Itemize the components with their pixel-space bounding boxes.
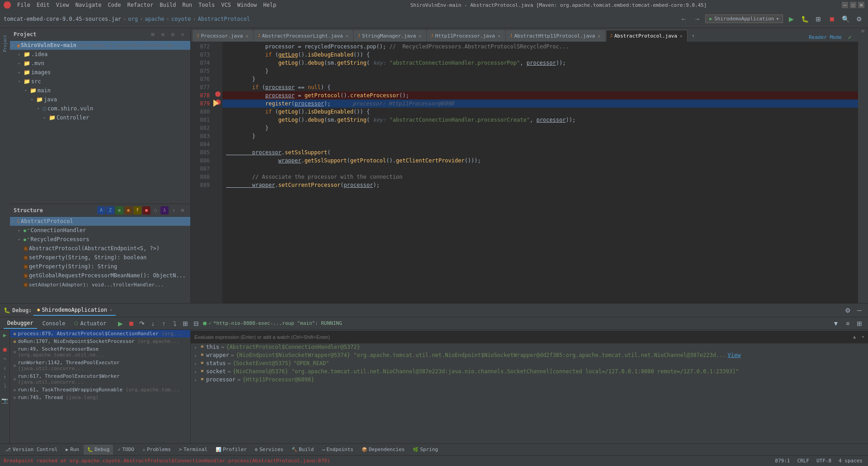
struct-btn-6[interactable]: ● bbox=[142, 206, 151, 214]
tree-item-root[interactable]: ▾ ▣ ShiroVulnEnv-main [shirodemo] D:\jav… bbox=[10, 41, 190, 50]
debug-step-out-btn[interactable]: ↑ bbox=[159, 319, 169, 328]
debug-side-stop[interactable]: ⏹ bbox=[1, 346, 9, 353]
breadcrumb-part1[interactable]: org bbox=[128, 16, 138, 22]
struct-btn-2[interactable]: Z bbox=[106, 206, 114, 214]
status-position[interactable]: 879:1 bbox=[773, 458, 792, 464]
eval-input[interactable] bbox=[194, 334, 849, 340]
minimize-button[interactable]: ─ bbox=[842, 2, 848, 8]
tab-abstracthttp11protocol[interactable]: J AbstractHttp11Protocol.java ✕ bbox=[506, 30, 605, 42]
tab-debugger[interactable]: Debugger bbox=[4, 318, 37, 329]
search-button[interactable]: 🔍 bbox=[840, 14, 851, 24]
tab-abstractprotocol[interactable]: J AbstractProtocol.java ✕ bbox=[606, 30, 688, 42]
bottom-tab-version-control[interactable]: ⎇ Version Control bbox=[2, 445, 61, 455]
bottom-tab-problems[interactable]: ⚠ Problems bbox=[139, 445, 175, 455]
menu-vcs[interactable]: VCS bbox=[218, 1, 234, 9]
maximize-button[interactable]: □ bbox=[850, 2, 856, 8]
eval-collapse-btn[interactable]: ▲ bbox=[853, 334, 856, 340]
frame-item-6[interactable]: ⚙ run:745, Thread (java.lang) bbox=[10, 394, 190, 401]
frame-item-5[interactable]: ⚙ run:61, TaskThread$WrappingRunnable (o… bbox=[10, 386, 190, 394]
tab-close-ap[interactable]: ✕ bbox=[679, 33, 684, 39]
tab-close-sm[interactable]: ✕ bbox=[418, 33, 422, 39]
struct-item-5[interactable]: m getProperty(String): String bbox=[10, 262, 190, 271]
debug-step-into-btn[interactable]: ↓ bbox=[148, 319, 158, 328]
menu-run[interactable]: Run bbox=[179, 1, 195, 9]
status-indent[interactable]: 4 spaces bbox=[837, 458, 864, 464]
menu-refactor[interactable]: Refactor bbox=[124, 1, 156, 9]
run-config-selector[interactable]: ▶ ShirodemoApplication ▾ bbox=[705, 14, 783, 23]
var-this[interactable]: ▸ ≡ this = {AbstractProtocol$ConnectionH… bbox=[191, 343, 868, 352]
debug-side-resume[interactable]: ▶ bbox=[1, 332, 9, 339]
struct-item-2[interactable]: ▸ ● * RecycledProcessors bbox=[10, 235, 190, 244]
debug-stop-btn[interactable]: ⏹ bbox=[126, 319, 136, 328]
frame-item-0[interactable]: ⚙ process:879, AbstractProtocol$Connecti… bbox=[10, 330, 190, 338]
struct-btn-9[interactable]: ↕ bbox=[170, 206, 178, 214]
frame-item-3[interactable]: ⚙ runWorker:1142, ThreadPoolExecutor (ja… bbox=[10, 359, 190, 372]
struct-item-7[interactable]: m setAdaptor(Adaptor): void...trollerHan… bbox=[10, 280, 190, 289]
debug-minimize-btn[interactable]: ─ bbox=[854, 305, 864, 315]
struct-btn-5[interactable]: f bbox=[133, 206, 142, 214]
tab-abstractprocessorlight[interactable]: J AbstractProcessorLight.java ✕ bbox=[254, 30, 353, 42]
debug-session-tab[interactable]: ● ShirodemoApplication ✕ bbox=[33, 305, 116, 316]
project-panel-icon3[interactable]: ⚙ bbox=[169, 30, 177, 38]
status-crlf[interactable]: CRLF bbox=[795, 458, 811, 464]
tab-stringmanager[interactable]: J StringManager.java ✕ bbox=[354, 30, 426, 42]
breakpoint-878[interactable] bbox=[215, 91, 221, 97]
notifications-icon[interactable]: N bbox=[859, 28, 867, 34]
struct-item-3[interactable]: m AbstractProtocol(AbstractEndpoint<S, ?… bbox=[10, 244, 190, 253]
debug-eval-btn[interactable]: ⊞ bbox=[180, 319, 190, 328]
debug-filter-btn[interactable]: ▼ bbox=[831, 319, 841, 328]
var-status[interactable]: ▸ ≡ status = {SocketEvent@5375} "OPEN_RE… bbox=[191, 360, 868, 368]
bottom-tab-debug[interactable]: 🐛 Debug bbox=[84, 445, 113, 455]
var-wrapper[interactable]: ▸ ≡ wrapper = {NioEndpoint$NioSocketWrap… bbox=[191, 352, 868, 360]
breadcrumb-part2[interactable]: apache bbox=[145, 16, 164, 22]
debug-settings2-btn[interactable]: ⊟ bbox=[191, 319, 201, 328]
menu-window[interactable]: Window bbox=[235, 1, 259, 9]
bottom-tab-endpoints[interactable]: ⟶ Endpoints bbox=[318, 445, 357, 455]
breadcrumb-part4[interactable]: AbstractProtocol bbox=[198, 16, 250, 22]
debug-side-4[interactable]: ↑ bbox=[1, 373, 9, 380]
debug-resume-btn[interactable]: ▶ bbox=[115, 319, 125, 328]
tab-close-processor[interactable]: ✕ bbox=[245, 33, 249, 39]
debug-step-over-btn[interactable]: ↷ bbox=[137, 319, 147, 328]
bottom-tab-profiler[interactable]: 📊 Profiler bbox=[212, 445, 250, 455]
tree-item-java[interactable]: ▾ 📁 java bbox=[10, 95, 190, 104]
var-socket[interactable]: ▸ ≡ socket = {NioChannel@5376} "org.apac… bbox=[191, 368, 868, 376]
struct-item-4[interactable]: m setProperty(String, String): boolean bbox=[10, 253, 190, 262]
tree-item-images[interactable]: ▸ 📁 images bbox=[10, 68, 190, 77]
menu-edit[interactable]: Edit bbox=[34, 1, 52, 9]
debug-settings-btn[interactable]: ⚙ bbox=[843, 305, 853, 315]
run-coverage-button[interactable]: ⊞ bbox=[813, 14, 824, 24]
tree-item-src[interactable]: ▾ 📁 src bbox=[10, 77, 190, 86]
debug-more-btn[interactable]: ≡ bbox=[843, 319, 853, 328]
bottom-tab-run[interactable]: ▶ Run bbox=[62, 445, 83, 455]
tree-item-controller[interactable]: ▸ 📁 Controller bbox=[10, 113, 190, 122]
debug-run-cursor-btn[interactable]: ⤵ bbox=[170, 319, 179, 328]
struct-btn-7[interactable]: ◯ bbox=[151, 206, 160, 214]
breadcrumb-part3[interactable]: coyote bbox=[171, 16, 191, 22]
menu-file[interactable]: File bbox=[14, 1, 33, 9]
var-wrapper-view[interactable]: View bbox=[728, 352, 741, 358]
struct-btn-3[interactable]: ● bbox=[115, 206, 123, 214]
code-area[interactable]: processor = recycledProcessors.pop(); //… bbox=[222, 42, 858, 303]
debug-layout-btn[interactable]: ⊞ bbox=[854, 319, 864, 328]
menu-tools[interactable]: Tools bbox=[196, 1, 217, 9]
debug-side-2[interactable]: ↷ bbox=[1, 355, 9, 362]
struct-item-1[interactable]: ▸ ● * ConnectionHandler bbox=[10, 226, 190, 235]
debug-button[interactable]: 🐛 bbox=[799, 14, 810, 24]
bottom-tab-todo[interactable]: ✓ TODO bbox=[114, 445, 138, 455]
checkmark-icon[interactable]: ✓ bbox=[845, 33, 854, 42]
tab-processor[interactable]: J Processor.java ✕ bbox=[193, 30, 253, 42]
tree-item-mvn[interactable]: ▸ 📁 .mvn bbox=[10, 59, 190, 68]
menu-build[interactable]: Build bbox=[157, 1, 179, 9]
tab-close-apl[interactable]: ✕ bbox=[344, 33, 349, 39]
bottom-tab-build[interactable]: 🔨 Build bbox=[288, 445, 317, 455]
status-charset[interactable]: UTF-8 bbox=[815, 458, 833, 464]
tree-item-idea[interactable]: ▸ 📁 .idea bbox=[10, 50, 190, 59]
debug-side-3[interactable]: ↓ bbox=[1, 364, 9, 371]
menu-view[interactable]: View bbox=[53, 1, 72, 9]
frame-item-4[interactable]: ⚙ run:617, ThreadPoolExecutor$Worker (ja… bbox=[10, 372, 190, 386]
struct-root[interactable]: ▾ C AbstractProtocol bbox=[10, 217, 190, 226]
tab-more[interactable]: ▾ bbox=[690, 30, 697, 42]
project-panel-close[interactable]: ✕ bbox=[179, 30, 187, 38]
tree-item-package[interactable]: ▾ ⬡ com.shiro.vuln bbox=[10, 104, 190, 113]
